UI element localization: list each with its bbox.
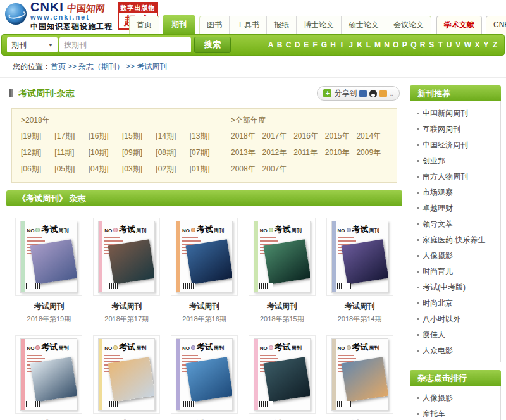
issue-link[interactable]: [10期] [89,147,120,158]
year-link[interactable]: 2010年 [325,147,357,158]
nav-tab[interactable]: 图书 [200,16,229,34]
letter-link[interactable]: T [438,40,443,49]
letter-link[interactable]: G [321,40,327,49]
search-input[interactable] [59,37,191,52]
magazine-item[interactable]: NO 考试 周刊 考试周刊 2018年第19期 [10,218,88,324]
sidebar-journal-item[interactable]: 创业邦 [417,153,494,169]
issue-link[interactable]: [05期] [54,164,85,175]
magazine-cover[interactable]: NO 考试 周刊 [98,338,155,411]
sidebar-journal-item[interactable]: 家庭医药.快乐养生 [417,232,494,248]
sidebar-journal-link[interactable]: 时尚育儿 [423,266,453,277]
magazine-issue-link[interactable]: 2018年第19期 [27,314,71,324]
sidebar-journal-link[interactable]: 卓越理财 [423,203,453,214]
share-widget[interactable]: + 分享到 .. [317,86,400,101]
letter-link[interactable]: C [286,40,292,49]
letter-link[interactable]: S [429,40,435,49]
magazine-cover[interactable]: NO 考试 周刊 [331,221,388,293]
issue-link[interactable]: [13期] [190,131,221,142]
qq-icon[interactable] [369,90,377,97]
renren-icon[interactable] [359,90,367,97]
sidebar-journal-item[interactable]: 中国新闻周刊 [417,106,494,121]
sidebar-journal-item[interactable]: 时尚北京 [417,295,494,311]
letter-link[interactable]: L [366,40,371,49]
issue-link[interactable]: [12期] [21,147,52,158]
issue-link[interactable]: [14期] [156,131,187,142]
magazine-item[interactable]: NO 考试 周刊 考试周刊 2018年第17期 [88,218,166,324]
magazine-title-link[interactable]: 考试周刊 [34,301,64,312]
sidebar-journal-item[interactable]: 领导文萃 [417,216,494,232]
letter-link[interactable]: D [295,40,300,49]
magazine-title-link[interactable]: 考试周刊 [345,301,375,312]
breadcrumb-home[interactable]: 首页 [51,62,66,71]
issue-link[interactable]: [15期] [122,131,153,142]
sidebar-journal-item[interactable]: 卓越理财 [417,201,494,216]
issue-link[interactable]: [06期] [21,164,52,175]
share-more[interactable]: .. [390,90,393,97]
year-link[interactable]: 2009年 [356,147,388,158]
issue-link[interactable]: [16期] [89,131,120,142]
magazine-cover[interactable]: NO 考试 周刊 [20,221,77,293]
year-link[interactable]: 2013年 [231,147,262,158]
magazine-title-link[interactable]: 考试周刊 [111,301,142,312]
letter-link[interactable]: O [393,40,398,49]
sidebar-journal-link[interactable]: 瘦佳人 [423,330,445,340]
magazine-issue-link[interactable]: 2018年第15期 [260,314,304,324]
nav-tab[interactable]: 报纸 [266,16,296,34]
sidebar-journal-link[interactable]: 家庭医药.快乐养生 [423,235,485,245]
issue-link[interactable]: [04期] [89,164,120,175]
magazine-title-link[interactable]: 考试周刊 [189,301,219,312]
letter-link[interactable]: R [420,40,426,49]
sidebar-journal-link[interactable]: 考试(中考版) [423,282,466,293]
sidebar-journal-link[interactable]: 人像摄影 [423,250,453,261]
year-link[interactable]: 2015年 [325,131,357,142]
letter-link[interactable]: V [455,40,461,49]
magazine-cover[interactable]: NO 考试 周刊 [20,338,77,411]
sidebar-journal-item[interactable]: 时尚育儿 [417,264,494,280]
issue-link[interactable]: [17期] [54,131,85,142]
issue-link[interactable]: [19期] [21,131,52,142]
magazine-cover[interactable]: NO 考试 周刊 [98,221,155,293]
sidebar-journal-item[interactable]: 考试(中考版) [417,280,494,295]
sidebar-journal-item[interactable]: 摩托车 [417,406,494,420]
magazine-item[interactable]: NO 考试 周刊 考试周刊 2018年第13期 [10,335,88,420]
tab-home[interactable]: 首页 [129,16,159,34]
search-category-select[interactable]: 期刊 ▼ [7,37,58,52]
tab-journals-active[interactable]: 期刊 [163,15,195,34]
magazine-issue-link[interactable]: 2018年第14期 [338,314,382,324]
sidebar-journal-item[interactable]: 南方人物周刊 [417,169,494,185]
magazine-cover[interactable]: NO 考试 周刊 [176,221,233,293]
magazine-issue-link[interactable]: 2018年第16期 [182,314,226,324]
letter-link[interactable]: X [474,40,480,49]
magazine-issue-link[interactable]: 2018年第17期 [104,314,149,324]
sidebar-journal-item[interactable]: 互联网周刊 [417,121,494,137]
issue-link[interactable]: [09期] [122,147,153,158]
year-link[interactable]: 2016年 [293,131,325,142]
year-link[interactable]: 2012年 [262,147,294,158]
sidebar-journal-item[interactable]: 人像摄影 [417,248,494,264]
sidebar-journal-link[interactable]: 互联网周刊 [423,124,460,135]
letter-link[interactable]: K [357,40,362,49]
letter-link[interactable]: U [447,40,452,49]
letter-link[interactable]: Q [410,40,416,49]
letter-link[interactable]: F [312,40,318,49]
issue-link[interactable]: [01期] [190,164,221,175]
sidebar-journal-link[interactable]: 时尚北京 [423,298,453,309]
magazine-item[interactable]: NO 考试 周刊 考试周刊 2018年第16期 [166,218,244,324]
sidebar-journal-item[interactable]: 人像摄影 [417,390,494,406]
issue-link[interactable]: [07期] [190,147,221,158]
nav-tab[interactable]: 硕士论文 [341,16,386,34]
letter-link[interactable]: W [464,40,471,49]
magazine-cover[interactable]: NO 考试 周刊 [331,338,388,411]
year-link[interactable]: 2014年 [356,131,388,142]
nav-tab[interactable]: 会议论文 [386,16,431,34]
sidebar-journal-link[interactable]: 领导文萃 [423,219,453,230]
breadcrumb-current[interactable]: 考试周刊 [137,62,167,71]
letter-link[interactable]: Y [483,40,489,49]
year-link[interactable]: 2008年 [231,164,262,175]
nav-tab[interactable]: 工具书 [229,16,266,34]
letter-link[interactable]: J [348,40,354,49]
magazine-cover[interactable]: NO 考试 周刊 [254,221,311,293]
sidebar-journal-link[interactable]: 中国新闻周刊 [423,108,468,119]
year-link[interactable]: 2017年 [262,131,294,142]
issue-link[interactable]: [03期] [122,164,153,175]
